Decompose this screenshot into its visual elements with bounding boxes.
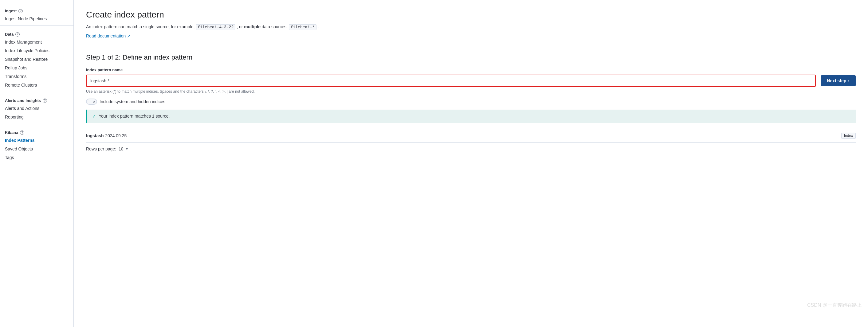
step-title: Step 1 of 2: Define an index pattern: [86, 54, 856, 61]
sidebar-item-index-lifecycle-policies[interactable]: Index Lifecycle Policies: [0, 46, 73, 55]
page-title: Create index pattern: [86, 10, 856, 20]
sidebar-item-ingest-node-pipelines[interactable]: Ingest Node Pipelines: [0, 14, 73, 23]
result-row: logstash-2024.09.25 Index: [86, 129, 856, 143]
description-end: .: [318, 24, 319, 29]
sidebar-item-transforms[interactable]: Transforms: [0, 72, 73, 81]
success-banner: ✓ Your index pattern matches 1 source.: [86, 109, 856, 123]
sidebar-section-alerts-label: Alerts and Insights: [5, 98, 41, 103]
success-text: Your index pattern matches 1 source.: [99, 113, 169, 119]
result-badge: Index: [841, 133, 856, 139]
next-step-label: Next step: [827, 78, 846, 83]
sidebar-section-ingest-label: Ingest: [5, 9, 17, 13]
result-name: logstash-2024.09.25: [86, 133, 127, 138]
toggle-x-icon: ✕: [93, 100, 95, 103]
read-docs-link[interactable]: Read documentation ↗: [86, 33, 131, 38]
sidebar-item-saved-objects[interactable]: Saved Objects: [0, 144, 73, 153]
rows-per-page-value: 10: [119, 146, 124, 151]
sidebar-section-alerts: Alerts and Insights ?: [0, 95, 73, 104]
rows-per-page-label: Rows per page:: [86, 146, 116, 151]
main-content: Create index pattern An index pattern ca…: [74, 0, 868, 327]
kibana-help-icon[interactable]: ?: [20, 130, 24, 135]
sidebar-item-index-management[interactable]: Index Management: [0, 38, 73, 46]
sidebar-item-rollup-jobs[interactable]: Rollup Jobs: [0, 64, 73, 72]
code-example-1: filebeat-4-3-22: [196, 24, 235, 30]
sidebar-item-snapshot-and-restore[interactable]: Snapshot and Restore: [0, 55, 73, 64]
sidebar-section-data: Data ?: [0, 28, 73, 38]
sidebar-item-index-patterns[interactable]: Index Patterns: [0, 136, 73, 144]
result-name-suffix: -2024.09.25: [104, 133, 127, 138]
sidebar-divider-3: [0, 124, 73, 124]
page-description: An index pattern can match a single sour…: [86, 23, 856, 31]
read-docs-label: Read documentation: [86, 33, 126, 38]
input-row: Next step ›: [86, 75, 856, 87]
ingest-help-icon[interactable]: ?: [19, 9, 23, 13]
sidebar-item-reporting[interactable]: Reporting: [0, 113, 73, 121]
description-middle: , or: [237, 24, 243, 29]
result-name-bold: logstash: [86, 133, 104, 138]
form-label: Index pattern name: [86, 68, 856, 72]
external-link-icon: ↗: [127, 33, 131, 38]
hidden-indices-toggle[interactable]: ✕: [86, 99, 97, 105]
rows-per-page-chevron: ▾: [126, 147, 128, 151]
sidebar: Ingest ? Ingest Node Pipelines Data ? In…: [0, 0, 74, 327]
index-pattern-input[interactable]: [86, 75, 816, 87]
description-prefix: An index pattern can match a single sour…: [86, 24, 194, 29]
sidebar-section-kibana: Kibana ?: [0, 127, 73, 136]
toggle-row: ✕ Include system and hidden indices: [86, 99, 856, 105]
rows-per-page-control[interactable]: Rows per page: 10 ▾: [86, 143, 856, 155]
data-help-icon[interactable]: ?: [16, 32, 20, 36]
next-step-button[interactable]: Next step ›: [821, 75, 856, 86]
bold-multiple: multiple: [244, 24, 260, 29]
code-example-2: filebeat-*: [289, 24, 316, 30]
sidebar-divider-2: [0, 92, 73, 92]
sidebar-divider-1: [0, 26, 73, 26]
sidebar-section-ingest: Ingest ?: [0, 5, 73, 14]
sidebar-item-remote-clusters[interactable]: Remote Clusters: [0, 81, 73, 89]
description-suffix: data sources,: [262, 24, 287, 29]
sidebar-item-alerts-and-actions[interactable]: Alerts and Actions: [0, 104, 73, 113]
toggle-label: Include system and hidden indices: [99, 99, 165, 104]
alerts-help-icon[interactable]: ?: [43, 99, 47, 103]
sidebar-section-kibana-label: Kibana: [5, 130, 18, 135]
hint-text: Use an asterisk (*) to match multiple in…: [86, 89, 856, 94]
success-check-icon: ✓: [92, 113, 96, 119]
sidebar-item-tags[interactable]: Tags: [0, 153, 73, 162]
next-step-icon: ›: [848, 78, 849, 83]
section-divider: [86, 46, 856, 46]
sidebar-section-data-label: Data: [5, 32, 13, 36]
